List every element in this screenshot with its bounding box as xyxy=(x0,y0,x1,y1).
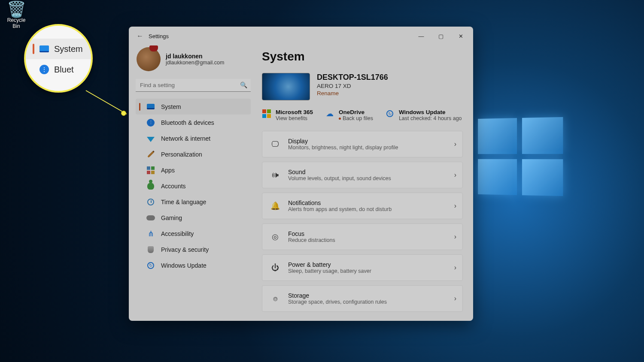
card-sub: Volume levels, output, input, sound devi… xyxy=(288,175,454,181)
callout-row-system: System xyxy=(26,39,91,59)
settings-window: ← Settings — ▢ ✕ jd laukkonen jdlaukkone… xyxy=(129,27,473,321)
sidebar-item-update[interactable]: Windows Update xyxy=(136,257,251,273)
bluetooth-icon: ⋮ xyxy=(39,65,49,74)
quick-title: Microsoft 365 xyxy=(276,109,313,115)
card-power[interactable]: ⏻Power & batterySleep, battery usage, ba… xyxy=(262,254,463,281)
device-row: DESKTOP-1SL1766 AERO 17 XD Rename xyxy=(262,73,463,100)
quick-links: Microsoft 365View benefits ☁ OneDriveBac… xyxy=(262,109,463,121)
quick-onedrive[interactable]: ☁ OneDriveBack up files xyxy=(325,109,373,121)
sidebar-item-label: Gaming xyxy=(161,214,182,221)
chevron-right-icon: › xyxy=(454,171,456,179)
chevron-right-icon: › xyxy=(454,202,456,210)
close-button[interactable]: ✕ xyxy=(451,27,471,45)
callout-row-bluetooth: ⋮ Bluet xyxy=(26,59,91,80)
card-title: Notifications xyxy=(288,199,454,206)
rename-link[interactable]: Rename xyxy=(317,90,388,97)
brush-icon xyxy=(146,150,155,159)
callout-pointer-dot xyxy=(121,111,126,116)
quick-sub: Back up files xyxy=(339,115,373,121)
bell-icon: 🔔 xyxy=(269,201,281,211)
nav-list: System ⋮Bluetooth & devices Network & in… xyxy=(136,99,251,273)
sidebar-item-label: Apps xyxy=(161,167,175,174)
chevron-right-icon: › xyxy=(454,140,456,148)
chevron-right-icon: › xyxy=(454,233,456,241)
profile-email: jdlaukkonen@gmail.com xyxy=(166,60,224,66)
sidebar-item-privacy[interactable]: Privacy & security xyxy=(136,241,251,257)
search-container: 🔍 xyxy=(136,79,251,92)
quick-m365[interactable]: Microsoft 365View benefits xyxy=(262,109,313,121)
sidebar-item-apps[interactable]: Apps xyxy=(136,162,251,178)
sidebar-item-label: Network & internet xyxy=(161,135,210,142)
apps-icon xyxy=(146,166,155,175)
sidebar-item-personalization[interactable]: Personalization xyxy=(136,146,251,162)
sidebar-item-network[interactable]: Network & internet xyxy=(136,130,251,146)
profile-name: jd laukkonen xyxy=(166,53,224,60)
card-title: Power & battery xyxy=(288,261,454,268)
card-sub: Monitors, brightness, night light, displ… xyxy=(288,145,454,151)
sidebar-item-gaming[interactable]: Gaming xyxy=(136,210,251,226)
callout-pointer-line xyxy=(86,90,127,115)
sidebar-item-label: Personalization xyxy=(161,151,202,158)
quick-title: Windows Update xyxy=(399,109,462,115)
card-sub: Storage space, drives, configuration rul… xyxy=(288,299,454,305)
window-title: Settings xyxy=(149,33,169,39)
titlebar: ← Settings — ▢ ✕ xyxy=(129,27,473,45)
profile-block[interactable]: jd laukkonen jdlaukkonen@gmail.com xyxy=(136,47,251,71)
sidebar-item-label: System xyxy=(161,103,181,110)
device-model: AERO 17 XD xyxy=(317,83,388,89)
system-icon xyxy=(146,103,155,111)
search-icon: 🔍 xyxy=(240,81,247,88)
gamepad-icon xyxy=(146,214,155,222)
device-name: DESKTOP-1SL1766 xyxy=(317,73,388,82)
storage-icon: ⌾ xyxy=(269,294,281,303)
sidebar-item-time[interactable]: Time & language xyxy=(136,194,251,210)
callout-label: Bluet xyxy=(54,65,74,75)
sidebar-item-label: Accessibility xyxy=(161,230,194,237)
card-storage[interactable]: ⌾StorageStorage space, drives, configura… xyxy=(262,285,463,312)
card-sub: Sleep, battery usage, battery saver xyxy=(288,268,454,274)
sidebar-item-label: Windows Update xyxy=(161,262,207,269)
quick-title: OneDrive xyxy=(339,109,373,115)
back-button[interactable]: ← xyxy=(134,30,146,42)
microsoft-365-icon xyxy=(262,109,271,118)
recycle-bin-label: Recycle Bin xyxy=(3,17,29,29)
maximize-button[interactable]: ▢ xyxy=(431,27,451,45)
sidebar-item-label: Privacy & security xyxy=(161,246,209,253)
card-title: Focus xyxy=(288,230,454,237)
card-sound[interactable]: 🕪SoundVolume levels, output, input, soun… xyxy=(262,162,463,188)
cloud-icon: ☁ xyxy=(325,109,334,118)
card-display[interactable]: 🖵DisplayMonitors, brightness, night ligh… xyxy=(262,131,463,157)
speaker-icon: 🕪 xyxy=(269,171,281,180)
chevron-right-icon: › xyxy=(454,264,456,272)
card-title: Display xyxy=(288,138,454,145)
page-title: System xyxy=(262,50,463,63)
card-sub: Reduce distractions xyxy=(288,237,454,243)
accessibility-icon: ⋔ xyxy=(146,229,155,238)
recycle-bin-desktop-icon[interactable]: 🗑️ Recycle Bin xyxy=(3,2,29,29)
sidebar-item-label: Accounts xyxy=(161,183,186,190)
card-notifications[interactable]: 🔔NotificationsAlerts from apps and syste… xyxy=(262,193,463,219)
person-icon xyxy=(146,182,155,190)
quick-sub: View benefits xyxy=(276,115,313,121)
update-icon xyxy=(146,261,155,270)
sidebar-item-accounts[interactable]: Accounts xyxy=(136,178,251,194)
focus-icon: ◎ xyxy=(269,232,281,241)
sidebar-item-bluetooth[interactable]: ⋮Bluetooth & devices xyxy=(136,115,251,130)
quick-windows-update[interactable]: Windows UpdateLast checked: 4 hours ago xyxy=(385,109,462,121)
content-pane: System DESKTOP-1SL1766 AERO 17 XD Rename… xyxy=(257,45,473,321)
sidebar-item-accessibility[interactable]: ⋔Accessibility xyxy=(136,226,251,241)
minimize-button[interactable]: — xyxy=(411,27,431,45)
sync-icon xyxy=(385,109,395,118)
sidebar: jd laukkonen jdlaukkonen@gmail.com 🔍 Sys… xyxy=(129,45,257,321)
monitor-icon: 🖵 xyxy=(269,140,281,149)
search-input[interactable] xyxy=(136,79,251,92)
card-focus[interactable]: ◎FocusReduce distractions› xyxy=(262,223,463,250)
sidebar-item-label: Time & language xyxy=(161,199,206,205)
settings-cards: 🖵DisplayMonitors, brightness, night ligh… xyxy=(262,131,463,312)
card-sub: Alerts from apps and system, do not dist… xyxy=(288,206,454,212)
avatar xyxy=(137,47,161,71)
card-title: Storage xyxy=(288,292,454,299)
shield-icon xyxy=(146,245,155,254)
windows-logo-wallpaper xyxy=(478,117,563,196)
sidebar-item-system[interactable]: System xyxy=(136,99,251,115)
